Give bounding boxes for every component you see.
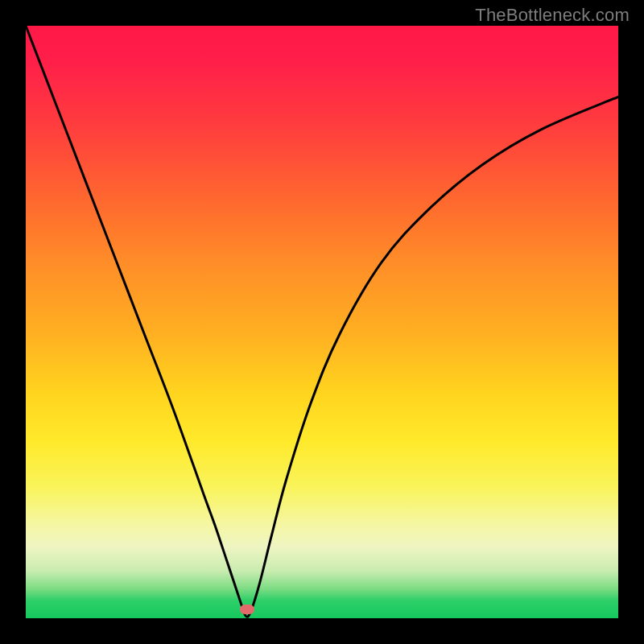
- watermark-text: TheBottleneck.com: [475, 5, 630, 26]
- plot-area: [26, 26, 618, 618]
- chart-frame: TheBottleneck.com: [0, 0, 644, 644]
- bottleneck-curve: [26, 26, 618, 618]
- optimal-marker: [240, 605, 254, 614]
- curve-path: [26, 26, 618, 617]
